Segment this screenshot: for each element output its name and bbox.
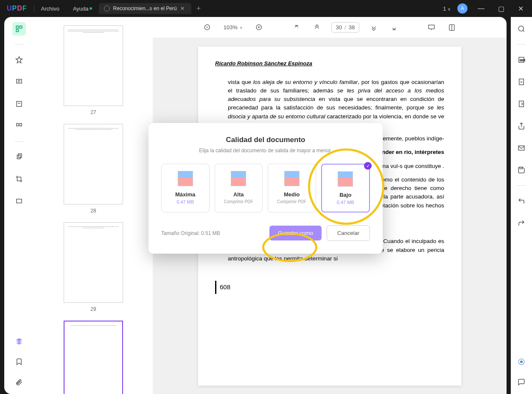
export-icon[interactable]	[515, 97, 528, 111]
attachment-icon[interactable]	[12, 375, 26, 389]
svg-rect-8	[17, 123, 19, 126]
quality-preview-icon	[284, 171, 300, 186]
next-page-icon[interactable]	[368, 22, 380, 34]
redact-tool-icon[interactable]	[12, 194, 26, 208]
close-icon[interactable]: ✕	[180, 6, 186, 11]
svg-rect-20	[428, 25, 434, 29]
maximize-button[interactable]: ▢	[495, 5, 508, 13]
organize-tool-icon[interactable]	[12, 119, 26, 133]
svg-rect-12	[17, 199, 22, 203]
thumbnail-30[interactable]: Lorem ipsum dolor sit amet consectetur a…	[51, 321, 136, 394]
thumbnail-panel: Lorem ipsum dolor sit amet consectetur a…	[34, 17, 153, 394]
document-icon	[104, 6, 110, 11]
edit-tool-icon[interactable]	[12, 97, 26, 111]
share-icon[interactable]	[515, 119, 528, 133]
first-page-icon[interactable]	[291, 22, 302, 34]
document-tab[interactable]: Reconocimien...s en el Perú ✕	[99, 3, 191, 14]
quality-option-alta[interactable]: Alta Comprimir PDF	[215, 164, 263, 212]
close-button[interactable]: ✕	[515, 5, 527, 13]
bookmark-icon[interactable]	[12, 355, 26, 369]
save-icon[interactable]	[515, 163, 528, 177]
add-tab-button[interactable]: +	[196, 4, 201, 13]
thumbnail-29[interactable]: Lorem ipsum dolor sit amet consectetur a…	[51, 222, 136, 312]
svg-rect-26	[519, 79, 524, 85]
svg-rect-2	[16, 30, 18, 32]
chat-icon[interactable]	[515, 375, 528, 389]
zoom-level[interactable]: 103% ▼	[222, 24, 245, 31]
copy-tool-icon[interactable]	[12, 150, 26, 164]
menu-archivo[interactable]: Archivo	[34, 6, 66, 12]
quality-preview-icon	[178, 171, 193, 186]
svg-rect-1	[20, 26, 22, 28]
ocr-icon[interactable]: OCR	[515, 53, 528, 67]
dialog-title: Calidad del documento	[161, 136, 370, 144]
undo-icon[interactable]	[515, 194, 528, 208]
page-number-input[interactable]: 30/38	[331, 22, 360, 33]
ai-icon[interactable]	[515, 355, 528, 369]
right-toolbar: OCR	[511, 17, 532, 394]
save-as-button[interactable]: Guardar como	[269, 226, 322, 240]
quality-preview-icon	[231, 171, 246, 186]
cancel-button[interactable]: Cancelar	[327, 225, 370, 241]
zoom-in-icon[interactable]	[253, 22, 265, 34]
quality-option-medio[interactable]: Medio Comprimir PDF	[268, 164, 316, 212]
quality-option-maxima[interactable]: Máxima 0.47 MB	[161, 164, 210, 212]
tab-title: Reconocimien...s en el Perú	[113, 6, 177, 11]
layers-icon[interactable]	[12, 335, 26, 348]
thumbnail-28[interactable]: Lorem ipsum dolor sit amet consectetur a…	[51, 124, 136, 214]
svg-rect-0	[16, 26, 18, 28]
svg-rect-30	[520, 167, 522, 169]
prev-page-icon[interactable]	[311, 22, 323, 34]
quality-preview-icon	[338, 171, 353, 187]
minimize-button[interactable]: —	[474, 5, 488, 12]
thumbnails-tool-icon[interactable]	[12, 22, 26, 36]
svg-rect-3	[17, 79, 22, 83]
crop-tool-icon[interactable]	[12, 172, 26, 186]
thumbnail-27[interactable]: Lorem ipsum dolor sit amet consectetur a…	[51, 25, 136, 115]
svg-point-32	[520, 360, 523, 363]
page-number: 608	[215, 281, 234, 294]
highlighter-tool-icon[interactable]	[12, 53, 26, 67]
update-indicator-icon	[90, 7, 92, 10]
search-icon[interactable]	[515, 22, 528, 36]
quality-dialog: Calidad del documento Elija la calidad d…	[148, 123, 383, 254]
zoom-out-icon[interactable]	[202, 22, 213, 34]
reading-mode-icon[interactable]	[446, 22, 458, 34]
svg-rect-6	[17, 101, 22, 106]
window-count[interactable]: 1 ∨	[443, 6, 451, 12]
email-icon[interactable]	[515, 141, 528, 155]
svg-text:OCR: OCR	[520, 59, 525, 61]
original-size-label: Tamaño Original: 0.51 MB	[161, 230, 220, 236]
quality-option-bajo[interactable]: Bajo 0.47 MB	[321, 164, 370, 212]
comment-tool-icon[interactable]	[12, 75, 26, 89]
left-toolbar	[4, 17, 34, 394]
svg-line-23	[523, 30, 524, 32]
titlebar: UPDF Archivo Ayuda Reconocimien...s en e…	[0, 0, 532, 17]
convert-icon[interactable]	[515, 75, 528, 89]
app-logo: UPDF	[0, 5, 34, 12]
avatar[interactable]: A	[457, 3, 468, 14]
page-author: Ricardo Robinson Sánchez Espinoza	[215, 59, 444, 68]
dialog-subtitle: Elija la calidad del documento de salida…	[161, 148, 370, 154]
redo-icon[interactable]	[515, 216, 528, 230]
presentation-icon[interactable]	[426, 22, 437, 34]
last-page-icon[interactable]	[388, 22, 400, 34]
document-toolbar: 103% ▼ 30/38	[153, 17, 507, 38]
menu-ayuda[interactable]: Ayuda	[66, 6, 95, 12]
svg-rect-9	[20, 123, 22, 126]
